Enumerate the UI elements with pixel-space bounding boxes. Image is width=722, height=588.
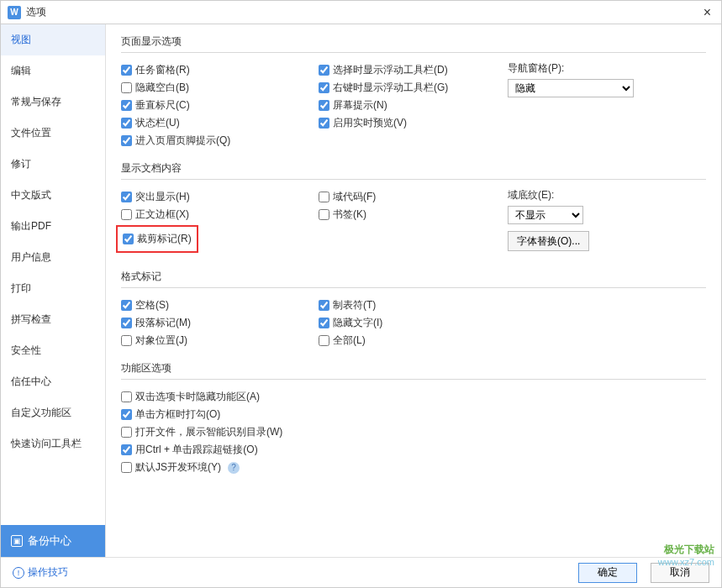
hide-blank-checkbox[interactable]: 隐藏空白(B): [121, 79, 310, 97]
sidebar-item-13[interactable]: 快速访问工具栏: [1, 428, 105, 459]
sidebar-item-11[interactable]: 信任中心: [1, 366, 105, 397]
font-substitute-button[interactable]: 字体替换(O)...: [508, 231, 589, 251]
dialog-body: 视图编辑常规与保存文件位置修订中文版式输出PDF用户信息打印拼写检查安全性信任中…: [1, 24, 721, 557]
app-icon: W: [8, 6, 21, 19]
group-title: 格式标记: [121, 270, 706, 288]
group-title: 功能区选项: [121, 361, 706, 380]
crop-marks-checkbox[interactable]: 裁剪标记(R): [123, 230, 192, 248]
group-doc-content: 显示文档内容 突出显示(H) 正文边框(X) 裁剪标记(R) 域代码(F) 书签…: [121, 161, 706, 258]
group-page-display: 页面显示选项 任务窗格(R) 隐藏空白(B) 垂直标尺(C) 状态栏(U) 进入…: [121, 34, 706, 150]
group-title: 页面显示选项: [121, 34, 706, 53]
nav-pane-select[interactable]: 隐藏: [508, 79, 634, 97]
vertical-ruler-checkbox[interactable]: 垂直标尺(C): [121, 97, 310, 114]
content-panel: 页面显示选项 任务窗格(R) 隐藏空白(B) 垂直标尺(C) 状态栏(U) 进入…: [106, 24, 721, 557]
backup-center-button[interactable]: ▣ 备份中心: [1, 525, 105, 557]
screen-tip-checkbox[interactable]: 屏幕提示(N): [319, 97, 499, 114]
group-ribbon-options: 功能区选项 双击选项卡时隐藏功能区(A) 单击方框时打勾(O) 打开文件，展示智…: [121, 361, 706, 476]
object-position-checkbox[interactable]: 对象位置(J): [121, 332, 310, 349]
sidebar-item-3[interactable]: 文件位置: [1, 118, 105, 149]
sidebar-list: 视图编辑常规与保存文件位置修订中文版式输出PDF用户信息打印拼写检查安全性信任中…: [1, 24, 105, 525]
tips-icon: !: [13, 567, 24, 579]
nav-pane-label: 导航窗格(P):: [508, 61, 706, 76]
space-checkbox[interactable]: 空格(S): [121, 297, 310, 314]
status-bar-checkbox[interactable]: 状态栏(U): [121, 114, 310, 132]
sidebar-item-10[interactable]: 安全性: [1, 335, 105, 366]
sidebar-item-1[interactable]: 编辑: [1, 55, 105, 87]
dialog-footer: ! 操作技巧 确定 取消: [1, 557, 721, 587]
all-checkbox[interactable]: 全部(L): [319, 332, 499, 349]
paragraph-mark-checkbox[interactable]: 段落标记(M): [121, 314, 310, 332]
sidebar-item-7[interactable]: 用户信息: [1, 242, 105, 273]
sidebar-item-0[interactable]: 视图: [1, 24, 105, 55]
help-icon[interactable]: ?: [228, 462, 240, 474]
field-shading-label: 域底纹(E):: [508, 188, 706, 202]
sidebar-item-9[interactable]: 拼写检查: [1, 304, 105, 335]
live-preview-checkbox[interactable]: 启用实时预览(V): [319, 114, 499, 132]
sidebar-item-8[interactable]: 打印: [1, 273, 105, 304]
backup-icon: ▣: [11, 535, 23, 547]
tips-label: 操作技巧: [28, 565, 68, 580]
float-toolbar-right-checkbox[interactable]: 右键时显示浮动工具栏(G): [319, 79, 499, 97]
bookmark-checkbox[interactable]: 书签(K): [319, 206, 499, 223]
cancel-button[interactable]: 取消: [651, 563, 709, 583]
group-format-marks: 格式标记 空格(S) 段落标记(M) 对象位置(J) 制表符(T) 隐藏文字(I…: [121, 270, 706, 349]
tab-checkbox[interactable]: 制表符(T): [319, 297, 499, 314]
titlebar: W 选项 ×: [1, 1, 721, 24]
sidebar-item-12[interactable]: 自定义功能区: [1, 397, 105, 428]
click-check-checkbox[interactable]: 单击方框时打勾(O): [121, 406, 706, 423]
tips-link[interactable]: ! 操作技巧: [13, 565, 68, 580]
js-env-checkbox[interactable]: 默认JS开发环境(Y)?: [121, 459, 706, 476]
backup-label: 备份中心: [28, 533, 71, 549]
highlight-annotation: 裁剪标记(R): [116, 225, 198, 253]
header-footer-hint-checkbox[interactable]: 进入页眉页脚提示(Q): [121, 132, 310, 150]
dblclick-hide-ribbon-checkbox[interactable]: 双击选项卡时隐藏功能区(A): [121, 388, 706, 406]
ok-button[interactable]: 确定: [578, 563, 637, 583]
field-code-checkbox[interactable]: 域代码(F): [319, 188, 499, 206]
ctrl-click-link-checkbox[interactable]: 用Ctrl + 单击跟踪超链接(O): [121, 441, 706, 459]
sidebar-item-5[interactable]: 中文版式: [1, 180, 105, 211]
text-border-checkbox[interactable]: 正文边框(X): [121, 206, 310, 223]
options-dialog: W 选项 × 视图编辑常规与保存文件位置修订中文版式输出PDF用户信息打印拼写检…: [0, 0, 722, 588]
open-smart-toc-checkbox[interactable]: 打开文件，展示智能识别目录(W): [121, 423, 706, 441]
sidebar: 视图编辑常规与保存文件位置修订中文版式输出PDF用户信息打印拼写检查安全性信任中…: [1, 24, 106, 557]
window-title: 选项: [26, 5, 700, 19]
sidebar-item-6[interactable]: 输出PDF: [1, 211, 105, 242]
highlight-checkbox[interactable]: 突出显示(H): [121, 188, 310, 206]
sidebar-item-4[interactable]: 修订: [1, 149, 105, 180]
task-pane-checkbox[interactable]: 任务窗格(R): [121, 61, 310, 79]
hidden-text-checkbox[interactable]: 隐藏文字(I): [319, 314, 499, 332]
field-shading-select[interactable]: 不显示: [508, 206, 583, 224]
close-icon[interactable]: ×: [700, 5, 714, 20]
sidebar-item-2[interactable]: 常规与保存: [1, 87, 105, 118]
float-toolbar-select-checkbox[interactable]: 选择时显示浮动工具栏(D): [319, 61, 499, 79]
group-title: 显示文档内容: [121, 161, 706, 180]
